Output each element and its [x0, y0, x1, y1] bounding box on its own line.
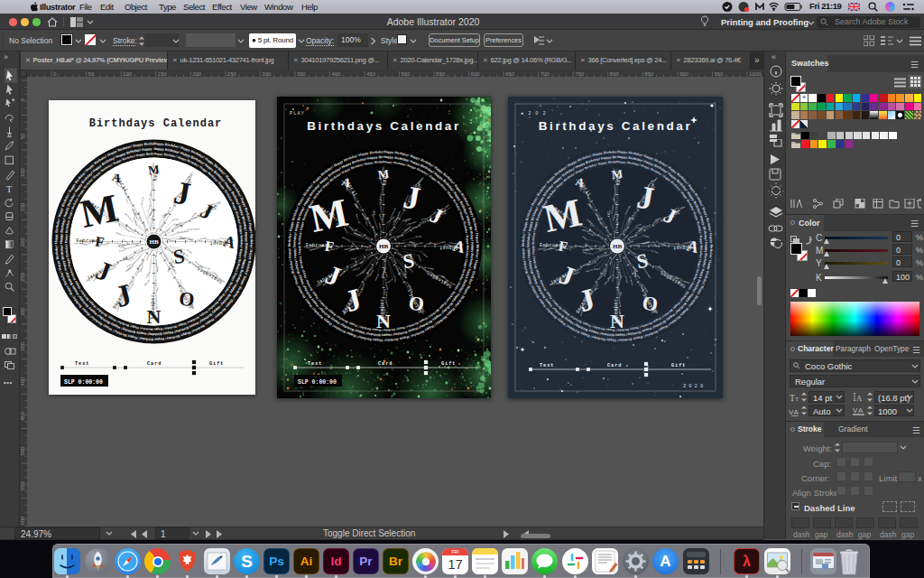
svg-text:550: 550 [436, 71, 446, 77]
svg-text:M: M [147, 162, 160, 177]
svg-text:550: 550 [20, 480, 25, 490]
svg-text:Card: Card [607, 363, 622, 368]
svg-text:29 Ines: 29 Ines [385, 292, 387, 298]
svg-text:SLP 0:00:00: SLP 0:00:00 [298, 379, 337, 386]
svg-text:100: 100 [123, 71, 133, 77]
svg-text:HB: HB [379, 243, 388, 250]
svg-text:Text: Text [540, 363, 554, 368]
svg-text:150: 150 [158, 71, 168, 77]
svg-text:900: 900 [679, 71, 689, 77]
svg-text:50: 50 [88, 71, 95, 77]
svg-text:950: 950 [714, 71, 724, 77]
svg-text:350: 350 [297, 71, 307, 77]
svg-text:Card: Card [147, 361, 162, 367]
svg-text:1000: 1000 [749, 71, 762, 77]
svg-text:800: 800 [610, 71, 620, 77]
svg-text:M: M [611, 166, 624, 182]
svg-text:500: 500 [402, 71, 411, 77]
svg-text:PLAY: PLAY [290, 111, 305, 116]
svg-text:● 2 0 2: ● 2 0 2 [521, 110, 548, 116]
svg-text:2 Noor: 2 Noor [568, 247, 575, 248]
svg-text:400: 400 [20, 377, 25, 387]
svg-text:11 Clara: 11 Clara [613, 230, 614, 238]
svg-text:SLP 0:00:00: SLP 0:00:00 [64, 379, 103, 386]
svg-text:Text: Text [75, 361, 89, 367]
svg-text:T: T [6, 183, 13, 194]
svg-text:Gift: Gift [671, 363, 686, 368]
svg-text:N: N [147, 305, 162, 328]
svg-text:400: 400 [331, 71, 341, 77]
svg-text:A: A [858, 406, 864, 415]
svg-text:0: 0 [53, 71, 57, 77]
svg-text:200: 200 [192, 71, 202, 77]
svg-text:HB: HB [613, 243, 622, 250]
svg-text:Birthdays Calendar: Birthdays Calendar [539, 119, 693, 133]
svg-text:450: 450 [20, 411, 25, 421]
svg-text:Gift: Gift [441, 361, 456, 367]
svg-text:Gift: Gift [209, 361, 224, 367]
svg-text:T: T [795, 396, 799, 402]
svg-text:600: 600 [471, 71, 481, 77]
svg-text:M: M [377, 166, 390, 182]
svg-text:Birthdays Calendar: Birthdays Calendar [89, 117, 223, 130]
svg-text:750: 750 [575, 71, 585, 77]
svg-text:A: A [856, 394, 863, 402]
svg-text:2020: 2020 [683, 383, 706, 389]
svg-text:450: 450 [366, 71, 376, 77]
svg-text:850: 850 [644, 71, 654, 77]
svg-text:Birthdays Calendar: Birthdays Calendar [307, 119, 461, 133]
svg-text:N: N [376, 310, 391, 332]
svg-text:250: 250 [227, 71, 237, 77]
svg-text:Text: Text [308, 361, 322, 367]
svg-text:N: N [610, 310, 624, 332]
svg-text:A: A [794, 408, 799, 416]
svg-text:500: 500 [20, 446, 25, 456]
svg-text:Card: Card [378, 361, 393, 367]
svg-text:HB: HB [149, 238, 158, 246]
svg-text:O: O [408, 292, 425, 315]
svg-text:O: O [178, 287, 195, 311]
svg-text:15 Greta: 15 Greta [113, 243, 121, 245]
svg-text:700: 700 [541, 71, 550, 77]
svg-text:600: 600 [20, 516, 25, 526]
svg-text:O: O [642, 292, 659, 315]
svg-text:350: 350 [20, 341, 25, 351]
svg-text:650: 650 [505, 71, 515, 77]
svg-text:300: 300 [262, 71, 272, 77]
